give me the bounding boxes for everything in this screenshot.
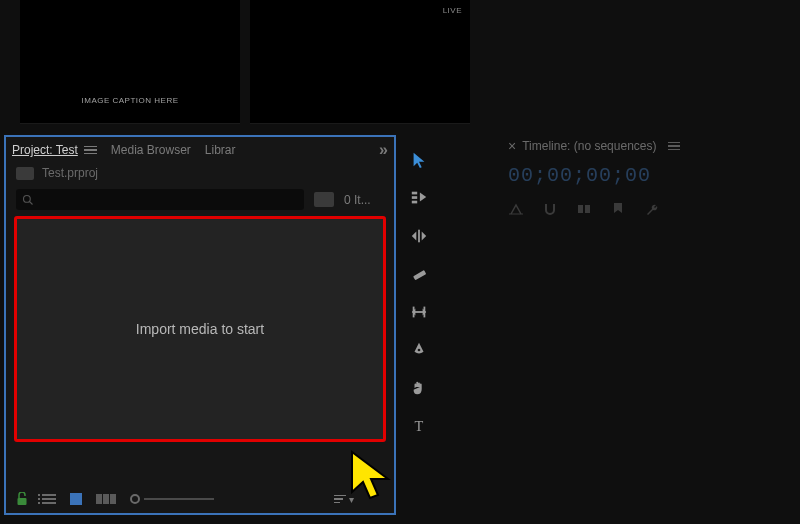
type-tool[interactable]: T	[405, 412, 433, 440]
live-badge: LIVE	[443, 6, 462, 15]
linked-selection-icon[interactable]	[576, 201, 592, 217]
track-select-tool[interactable]	[405, 184, 433, 212]
search-icon	[22, 194, 34, 206]
project-panel-footer: ▾	[6, 485, 394, 513]
panel-menu-icon[interactable]	[84, 146, 97, 155]
svg-marker-7	[420, 193, 426, 202]
tools-panel: T	[402, 138, 436, 448]
tab-project[interactable]: Project: Test	[12, 143, 97, 157]
svg-rect-4	[412, 192, 417, 195]
hand-tool[interactable]	[405, 374, 433, 402]
svg-rect-20	[578, 205, 583, 213]
chevron-down-icon: ▾	[349, 494, 354, 505]
timeline-toolbar	[508, 201, 796, 217]
project-file-icon	[16, 167, 34, 180]
preview-program[interactable]: LIVE	[250, 0, 470, 124]
svg-marker-3	[414, 153, 425, 168]
svg-rect-11	[413, 270, 426, 280]
svg-rect-6	[412, 201, 417, 204]
tab-libraries[interactable]: Librar	[205, 143, 236, 157]
preview-thumbnails: IMAGE CAPTION HERE LIVE	[0, 0, 470, 124]
svg-marker-8	[412, 232, 417, 241]
zoom-track	[144, 498, 214, 500]
svg-rect-2	[18, 498, 27, 505]
search-input[interactable]	[16, 189, 304, 210]
project-file-row: Test.prproj	[6, 163, 394, 183]
svg-marker-10	[422, 232, 427, 241]
tab-libraries-label: Librar	[205, 143, 236, 157]
svg-rect-21	[585, 205, 590, 213]
media-drop-area[interactable]: Import media to start	[14, 216, 386, 442]
insert-mode-icon[interactable]	[508, 201, 524, 217]
project-panel: Project: Test Media Browser Librar » Tes…	[4, 135, 396, 515]
timeline-header: × Timeline: (no sequences)	[508, 138, 796, 154]
timeline-menu-icon[interactable]	[668, 142, 680, 151]
preview-source[interactable]: IMAGE CAPTION HERE	[20, 0, 240, 124]
svg-rect-9	[418, 230, 420, 243]
tab-media-browser[interactable]: Media Browser	[111, 143, 191, 157]
razor-tool[interactable]	[405, 260, 433, 288]
snap-icon[interactable]	[542, 201, 558, 217]
freeform-view-button[interactable]	[96, 494, 116, 504]
selection-tool[interactable]	[405, 146, 433, 174]
project-filename: Test.prproj	[42, 166, 98, 180]
timeline-panel: × Timeline: (no sequences) 00;00;00;00	[508, 138, 796, 217]
icon-view-button[interactable]	[70, 493, 82, 505]
sort-button[interactable]: ▾	[334, 494, 354, 505]
svg-rect-5	[412, 196, 417, 199]
zoom-handle	[130, 494, 140, 504]
marker-icon[interactable]	[610, 201, 626, 217]
list-view-button[interactable]	[42, 494, 56, 504]
timecode-display[interactable]: 00;00;00;00	[508, 164, 796, 187]
svg-point-17	[418, 349, 421, 352]
tab-project-label: Project: Test	[12, 143, 78, 157]
media-drop-hint: Import media to start	[136, 321, 264, 337]
new-bin-button[interactable]	[314, 192, 334, 207]
write-lock-toggle[interactable]	[16, 492, 28, 506]
settings-wrench-icon[interactable]	[644, 201, 660, 217]
project-panel-tabs: Project: Test Media Browser Librar »	[6, 137, 394, 163]
tab-media-browser-label: Media Browser	[111, 143, 191, 157]
svg-text:T: T	[415, 418, 424, 434]
thumbnail-zoom-slider[interactable]	[130, 494, 214, 504]
project-search-row: 0 It...	[6, 183, 394, 216]
pen-tool[interactable]	[405, 336, 433, 364]
item-count: 0 It...	[344, 193, 384, 207]
ripple-edit-tool[interactable]	[405, 222, 433, 250]
slip-tool[interactable]	[405, 298, 433, 326]
preview-caption: IMAGE CAPTION HERE	[81, 96, 178, 105]
svg-line-1	[30, 201, 33, 204]
tabs-overflow-button[interactable]: »	[379, 141, 388, 159]
close-icon[interactable]: ×	[508, 138, 516, 154]
timeline-title: Timeline: (no sequences)	[522, 139, 656, 153]
svg-point-0	[24, 195, 31, 202]
